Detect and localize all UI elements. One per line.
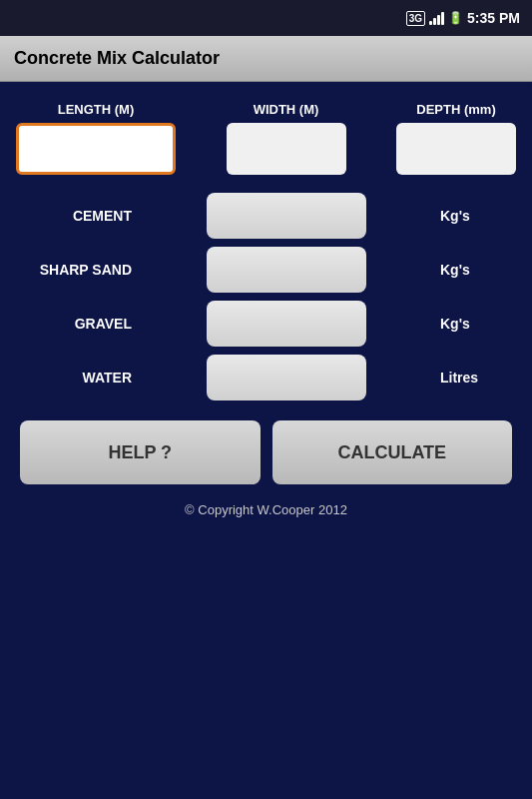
status-icons: 3G 🔋 5:35 PM (406, 10, 520, 26)
result-label-1: SHARP SAND (22, 262, 132, 278)
buttons-row: HELP ? CALCULATE (16, 420, 516, 484)
help-button[interactable]: HELP ? (20, 420, 261, 484)
depth-group: DEPTH (mm) (396, 102, 516, 175)
result-input-1[interactable] (207, 247, 366, 293)
dimension-inputs-row: LENGTH (M) WIDTH (M) DEPTH (mm) (16, 102, 516, 175)
result-input-2[interactable] (207, 301, 366, 347)
main-content: LENGTH (M) WIDTH (M) DEPTH (mm) CEMENTKg… (0, 82, 532, 799)
copyright-text: © Copyright W.Cooper 2012 (185, 502, 347, 517)
result-unit-0: Kg's (440, 208, 510, 224)
result-input-0[interactable] (207, 193, 366, 239)
depth-input[interactable] (396, 123, 516, 175)
battery-icon: 🔋 (448, 11, 463, 25)
result-input-3[interactable] (207, 355, 366, 400)
calculate-button[interactable]: CALCULATE (272, 420, 513, 484)
width-group: WIDTH (M) (227, 102, 346, 175)
result-row: WATERLitres (16, 355, 516, 400)
length-group: LENGTH (M) (16, 102, 176, 175)
status-bar: 3G 🔋 5:35 PM (0, 0, 532, 36)
result-unit-1: Kg's (440, 262, 510, 278)
result-unit-2: Kg's (440, 316, 510, 332)
length-label: LENGTH (M) (58, 102, 135, 117)
network-icon: 3G (406, 11, 425, 26)
width-input[interactable] (227, 123, 346, 175)
result-label-3: WATER (22, 370, 132, 386)
title-bar: Concrete Mix Calculator (0, 36, 532, 82)
signal-icon (429, 11, 444, 25)
result-row: GRAVELKg's (16, 301, 516, 347)
result-row: CEMENTKg's (16, 193, 516, 239)
depth-label: DEPTH (mm) (416, 102, 495, 117)
width-label: WIDTH (M) (254, 102, 319, 117)
app-title: Concrete Mix Calculator (14, 48, 220, 69)
length-input[interactable] (16, 123, 176, 175)
result-label-0: CEMENT (22, 208, 132, 224)
result-row: SHARP SANDKg's (16, 247, 516, 293)
status-time: 5:35 PM (467, 10, 520, 26)
results-section: CEMENTKg'sSHARP SANDKg'sGRAVELKg'sWATERL… (16, 193, 516, 400)
result-label-2: GRAVEL (22, 316, 132, 332)
result-unit-3: Litres (440, 370, 510, 386)
